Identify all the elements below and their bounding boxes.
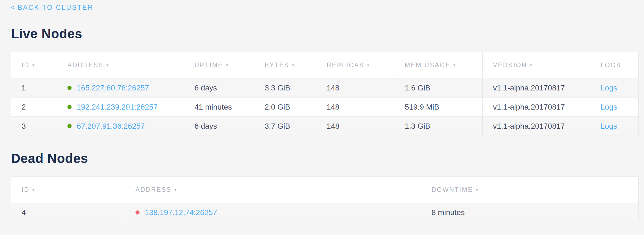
bytes-cell: 3.3 GiB [254, 78, 316, 98]
column-header-uptime[interactable]: UPTIME▾ [184, 52, 254, 78]
column-header-label: MEM USAGE [405, 61, 451, 69]
dead-nodes-title: Dead Nodes [11, 152, 638, 165]
back-link-label: BACK TO CLUSTER [18, 4, 93, 11]
replicas-cell: 148 [316, 98, 394, 117]
mem-usage-value: 1.6 GiB [405, 84, 430, 92]
mem-usage-cell: 1.3 GiB [394, 117, 483, 136]
table-row: 4138.197.12.74:262578 minutes [11, 203, 639, 222]
logs-cell: Logs [590, 98, 639, 117]
sort-arrow-icon: ▾ [530, 63, 532, 67]
sort-arrow-icon: ▾ [226, 63, 228, 67]
table-row: 1165.227.60.76:262576 days3.3 GiB1481.6 … [11, 78, 639, 98]
replicas-cell: 148 [316, 78, 394, 98]
table-row: 2192.241.239.201:2625741 minutes2.0 GiB1… [11, 98, 639, 117]
column-header-label: REPLICAS [327, 61, 364, 69]
live-status-dot-icon [67, 105, 72, 109]
bytes-value: 3.7 GiB [265, 122, 290, 130]
id-value: 1 [22, 84, 26, 92]
replicas-value: 148 [327, 84, 339, 92]
id-cell: 2 [11, 98, 57, 117]
column-header-mem-usage[interactable]: MEM USAGE▾ [394, 52, 483, 78]
version-cell: v1.1-alpha.20170817 [483, 98, 590, 117]
id-value: 2 [22, 103, 26, 111]
node-address-link[interactable]: 138.197.12.74:26257 [145, 208, 217, 217]
sort-arrow-icon: ▾ [32, 187, 34, 192]
address-cell: 165.227.60.76:26257 [57, 78, 184, 98]
mem-usage-cell: 519.9 MiB [394, 98, 483, 117]
version-cell: v1.1-alpha.20170817 [483, 117, 590, 136]
column-header-id[interactable]: ID▾ [11, 177, 125, 203]
version-value: v1.1-alpha.20170817 [493, 84, 565, 92]
version-value: v1.1-alpha.20170817 [493, 103, 565, 111]
id-value: 4 [22, 208, 26, 217]
downtime-value: 8 minutes [432, 208, 465, 217]
column-header-logs: LOGS [590, 52, 639, 78]
back-to-cluster-link[interactable]: <BACK TO CLUSTER [11, 4, 93, 11]
replicas-value: 148 [327, 103, 339, 111]
logs-link[interactable]: Logs [601, 122, 617, 130]
live-nodes-title: Live Nodes [11, 27, 638, 41]
logs-cell: Logs [590, 78, 639, 98]
table-header-row: ID▾ADDRESS▾DOWNTIME▾ [11, 177, 639, 203]
column-header-label: ID [22, 186, 29, 193]
mem-usage-value: 519.9 MiB [405, 103, 439, 111]
node-address-link[interactable]: 192.241.239.201:26257 [77, 103, 158, 111]
sort-arrow-icon: ▾ [367, 63, 369, 67]
node-address-link[interactable]: 67.207.91.36:26257 [77, 122, 145, 130]
logs-link[interactable]: Logs [601, 84, 617, 92]
sort-arrow-icon: ▾ [453, 63, 456, 67]
live-status-dot-icon [67, 86, 72, 90]
mem-usage-cell: 1.6 GiB [394, 78, 483, 98]
replicas-cell: 148 [316, 117, 394, 136]
live-status-dot-icon [67, 124, 72, 128]
column-header-label: DOWNTIME [432, 186, 473, 193]
id-cell: 4 [11, 203, 125, 222]
mem-usage-value: 1.3 GiB [405, 122, 430, 130]
back-arrow-icon: < [11, 4, 15, 11]
sort-arrow-icon: ▾ [106, 63, 108, 67]
bytes-cell: 2.0 GiB [254, 98, 316, 117]
bytes-value: 2.0 GiB [265, 103, 290, 111]
id-cell: 1 [11, 78, 57, 98]
column-header-bytes[interactable]: BYTES▾ [254, 52, 316, 78]
downtime-cell: 8 minutes [421, 203, 639, 222]
bytes-cell: 3.7 GiB [254, 117, 316, 136]
table-header-row: ID▾ADDRESS▾UPTIME▾BYTES▾REPLICAS▾MEM USA… [11, 52, 639, 78]
uptime-value: 6 days [194, 122, 217, 130]
replicas-value: 148 [327, 122, 339, 130]
column-header-replicas[interactable]: REPLICAS▾ [316, 52, 394, 78]
uptime-cell: 6 days [184, 117, 254, 136]
logs-link[interactable]: Logs [601, 103, 617, 111]
uptime-value: 6 days [194, 84, 217, 92]
uptime-value: 41 minutes [194, 103, 232, 111]
column-header-downtime[interactable]: DOWNTIME▾ [421, 177, 639, 203]
table-row: 367.207.91.36:262576 days3.7 GiB1481.3 G… [11, 117, 639, 136]
column-header-label: BYTES [265, 61, 289, 69]
version-value: v1.1-alpha.20170817 [493, 122, 565, 130]
column-header-label: ADDRESS [67, 61, 104, 69]
version-cell: v1.1-alpha.20170817 [483, 78, 590, 98]
column-header-id[interactable]: ID▾ [11, 52, 57, 78]
uptime-cell: 6 days [184, 78, 254, 98]
column-header-label: ID [22, 61, 29, 69]
dead-status-dot-icon [135, 210, 140, 215]
node-address-link[interactable]: 165.227.60.76:26257 [77, 84, 149, 92]
sort-arrow-icon: ▾ [32, 63, 34, 67]
column-header-label: UPTIME [194, 61, 223, 69]
live-nodes-table: ID▾ADDRESS▾UPTIME▾BYTES▾REPLICAS▾MEM USA… [11, 52, 639, 136]
dead-nodes-table: ID▾ADDRESS▾DOWNTIME▾4138.197.12.74:26257… [11, 176, 639, 222]
bytes-value: 3.3 GiB [265, 84, 290, 92]
address-cell: 192.241.239.201:26257 [57, 98, 184, 117]
logs-cell: Logs [590, 117, 639, 136]
address-cell: 67.207.91.36:26257 [57, 117, 184, 136]
column-header-version[interactable]: VERSION▾ [483, 52, 590, 78]
id-value: 3 [22, 122, 26, 130]
sort-arrow-icon: ▾ [292, 63, 294, 67]
column-header-label: LOGS [601, 61, 621, 69]
id-cell: 3 [11, 117, 57, 136]
sort-arrow-icon: ▾ [174, 187, 176, 192]
uptime-cell: 41 minutes [184, 98, 254, 117]
column-header-label: ADDRESS [135, 186, 172, 193]
column-header-address[interactable]: ADDRESS▾ [57, 52, 184, 78]
column-header-address[interactable]: ADDRESS▾ [125, 177, 421, 203]
